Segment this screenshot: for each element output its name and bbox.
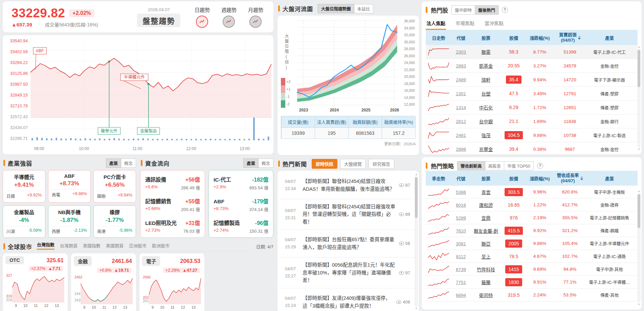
scroll-down-icon[interactable]: ▼: [638, 303, 640, 306]
news-toggle-option[interactable]: 大盤總覽: [340, 159, 366, 169]
river-toggle-option[interactable]: 大盤位階趨勢圖: [318, 4, 354, 13]
industry-card[interactable]: ABF +8.73% 南電 +9.86%: [48, 170, 91, 203]
stock-row[interactable]: 1301 台塑 47.5 3.49% 12791 傳產-塑膠: [426, 87, 638, 101]
scroll-up-icon[interactable]: ▲: [415, 173, 418, 176]
sort-icon[interactable]: [578, 36, 581, 40]
stock-code-link[interactable]: 2303: [456, 49, 466, 55]
stock-name-link[interactable]: 青雲: [482, 190, 491, 195]
fund-outflow-card[interactable]: IC-代工 -182億 +2.9% 693.54 億: [208, 170, 273, 238]
industry-top-stock[interactable]: 南港: [97, 228, 106, 234]
stock-name-link[interactable]: 簸騰: [482, 280, 491, 285]
industry-card[interactable]: PC介面卡 +6.56% 圓剛 +9.94%: [93, 170, 136, 203]
scroll-thumb[interactable]: [638, 194, 640, 228]
stock-code-link[interactable]: 2883: [456, 63, 466, 68]
industry-card[interactable]: NB與手機 -1.87% 西勝 -2.13%: [48, 205, 91, 238]
scroll-thumb[interactable]: [415, 177, 418, 218]
stock-name-link[interactable]: 宜鼎: [482, 216, 491, 221]
industry-tab[interactable]: 概念: [121, 159, 136, 168]
stock-name-link[interactable]: 凱基金: [479, 64, 493, 69]
market-index-card[interactable]: 金融 2461.64 +0.8% ▲19.71 246224422433 910…: [71, 253, 136, 311]
stock-row[interactable]: 7610 聯友金屬-創 415.5 9.92% 321.2% 傳產-鋼鐵: [426, 224, 638, 237]
stock-code-link[interactable]: 3081: [456, 241, 466, 246]
fund-outflow-row[interactable]: 記憶體製造 -96億 +2.74% 150.31 億: [214, 219, 268, 234]
trend-period-tab[interactable]: 週趨勢: [221, 6, 237, 28]
trend-period-tab[interactable]: 日趨勢: [195, 6, 210, 28]
stock-code-link[interactable]: 5289: [456, 215, 466, 221]
stock-row[interactable]: 5386 青雲 303.5 9.96% 620.8% 電子中游-主機板: [426, 186, 638, 199]
news-toggle-option[interactable]: 研究報告: [369, 159, 394, 169]
industry-top-stock[interactable]: 西勝: [52, 228, 60, 234]
stock-name-link[interactable]: 衛司特: [479, 293, 493, 298]
stock-row[interactable]: 1314 中石化 8.29 1.72% 12651 傳產-塑膠: [426, 101, 638, 115]
stock-name-link[interactable]: 竹陞科技: [477, 267, 495, 272]
stock-name-link[interactable]: 瑞軒: [482, 78, 491, 83]
scroll-track[interactable]: [637, 49, 641, 147]
stock-code-link[interactable]: 2489: [456, 77, 466, 82]
stock-name-link[interactable]: 康和證: [479, 203, 493, 208]
stock-row[interactable]: 2886 兆豐金 39.4 0.38% 9687 金融-金控: [426, 142, 638, 156]
fund-inflow-card[interactable]: 通訊設備 +56億 +5.6% 266.49 億: [140, 170, 205, 238]
stock-row[interactable]: 6894 衛司特 319.5 2.24% 53.5% 傳產-其他: [426, 289, 638, 302]
news-item[interactable]: 04/07 15:29 【即時新聞】台股狂飆657點！委買單爆量湧入，散戶現在還…: [278, 230, 417, 257]
fund-outflow-row[interactable]: ABF -179億 +8.73% 374.14 億: [214, 197, 268, 212]
global-market-tab[interactable]: 美國指數: [83, 242, 101, 250]
stock-row[interactable]: 2481 強茂 104.5 9.88% 10738 電子上游-IC-製造: [426, 128, 638, 142]
news-headline[interactable]: 【即時新聞】友達(2409)爆量強攻漲停，這「3檔概念股」卻遭大戶提款！: [299, 294, 396, 310]
strategy-scrollbar[interactable]: ▲ ▼: [637, 190, 641, 306]
stock-row[interactable]: 2812 台中銀 21.1 1.69% 11838 金融-銀行: [426, 115, 638, 128]
industry-top-stock[interactable]: 圓剛: [97, 193, 106, 199]
news-item[interactable]: 04/07 15:24 【即時新聞】友達(2409)爆量強攻漲停，這「3檔概念股…: [278, 288, 417, 311]
stock-name-link[interactable]: 聯亞: [482, 242, 491, 247]
global-market-tab[interactable]: 台灣指數: [37, 241, 54, 250]
industry-top-stock[interactable]: 日揚: [6, 193, 15, 199]
scroll-down-icon[interactable]: ▼: [638, 148, 640, 151]
col-net-volume[interactable]: 買賣超張 (04/07): [554, 32, 586, 43]
stock-row[interactable]: 5289 宜鼎 978 2.19% 355.5% 電子上游-記憶體銷售: [426, 211, 638, 224]
global-market-tab[interactable]: 美國期貨: [106, 242, 124, 250]
news-item[interactable]: 04/07 15:27 【即時新聞】0056配息調升至1元！年化配息率破10%，…: [278, 257, 417, 288]
stock-name-link[interactable]: 中石化: [479, 105, 493, 110]
stock-code-link[interactable]: 1314: [456, 105, 466, 110]
focus-tab[interactable]: 當沖焦點: [484, 18, 504, 30]
industry-top-stock[interactable]: 南電: [52, 191, 60, 198]
fund-outflow-row[interactable]: IC-代工 -182億 +2.9% 693.54 億: [214, 175, 268, 191]
stock-code-link[interactable]: 6739: [456, 267, 466, 272]
stock-code-link[interactable]: 6016: [456, 203, 466, 208]
industry-card[interactable]: 橡膠 -1.77% 南港 -5.96%: [93, 205, 136, 238]
global-market-tab[interactable]: 亞洲股市: [129, 242, 147, 250]
stock-row[interactable]: 2883 凱基金 20.55 3.27% 24579 金融-金控: [426, 59, 638, 73]
news-headline[interactable]: 【即時新聞】聯發科(2454)結盟日廠攻ADAS！車用新動能醞釀，後市還能追嗎？: [299, 178, 399, 193]
news-headline[interactable]: 【即時新聞】台股狂飆657點！委買單爆量湧入，散戶現在還能追嗎？: [299, 236, 399, 251]
focus-tab[interactable]: 法人焦點: [426, 18, 446, 30]
fundflow-tab[interactable]: 概念: [259, 159, 273, 168]
scroll-down-icon[interactable]: ▼: [415, 307, 418, 310]
stock-name-link[interactable]: 聯電: [482, 50, 491, 55]
stock-code-link[interactable]: 6894: [456, 293, 466, 298]
stock-code-link[interactable]: 5386: [456, 190, 466, 195]
stock-code-link[interactable]: 2812: [456, 119, 466, 124]
news-headline[interactable]: 【即時新聞】0056配息調升至1元！年化配息率破10%，專家曝「這時機」進場賺價…: [299, 261, 399, 284]
industry-top-stock[interactable]: 川湖: [6, 228, 15, 234]
news-item[interactable]: 04/07 15:31 【即時新聞】聯發科(2454)結盟日廠強攻車用！營運迎轉…: [278, 199, 417, 230]
scroll-track[interactable]: [415, 177, 418, 307]
fundflow-tab[interactable]: 產業: [243, 159, 259, 168]
help-icon[interactable]: ?: [537, 163, 543, 169]
hot-scrollbar[interactable]: ▲ ▼: [637, 45, 641, 151]
stock-name-link[interactable]: 台塑: [482, 91, 491, 97]
stock-code-link[interactable]: 8112: [456, 254, 466, 259]
help-icon[interactable]: ?: [502, 7, 508, 13]
stock-name-link[interactable]: 強茂: [482, 133, 491, 138]
news-item[interactable]: 04/07 15:34 【即時新聞】聯發科(2454)結盟日廠攻ADAS！車用新…: [278, 171, 417, 199]
stock-row[interactable]: 7751 簸騰 1830 9.91% 77.1% 電子上游-IC-半導體…: [426, 276, 638, 289]
news-scrollbar[interactable]: ▲ ▼: [414, 173, 418, 310]
stock-row[interactable]: 2303 聯電 58.3 8.77% 51399 電子上游-IC-代工: [426, 45, 638, 59]
strategy-option[interactable]: 市值 TOP50: [504, 161, 534, 170]
stock-row[interactable]: 6739 竹陞科技 1415 9.69% 94.8% 電子中游-其他: [426, 263, 638, 276]
global-market-tab[interactable]: 台灣期貨: [60, 242, 77, 250]
strategy-option[interactable]: 高股息: [485, 161, 505, 170]
market-index-card[interactable]: OTC 325.61 +2.37% ▲7.71 327319318 910111…: [3, 253, 68, 311]
stock-code-link[interactable]: 2886: [456, 147, 466, 152]
stock-row[interactable]: 2489 瑞軒 35.4 9.94% 14720 電子下游-顯示器: [426, 73, 638, 87]
stock-code-link[interactable]: 1301: [456, 91, 466, 96]
hot-session-option[interactable]: 盤後熱門: [475, 5, 498, 15]
